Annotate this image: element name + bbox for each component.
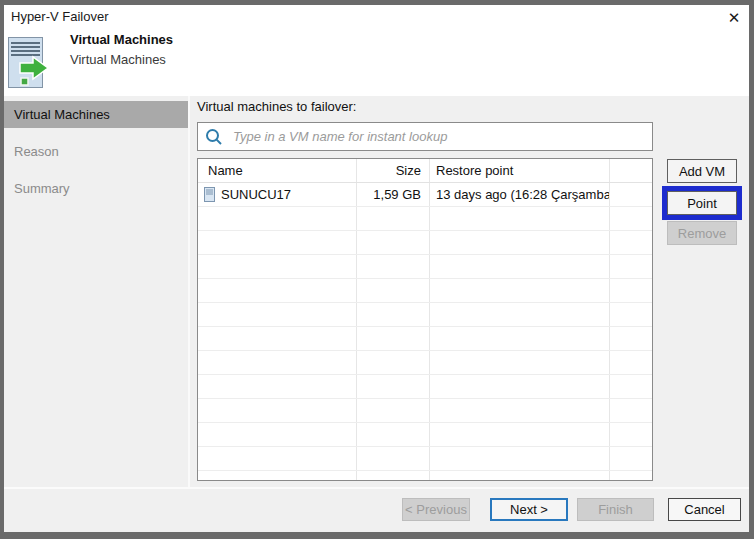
vm-list-label: Virtual machines to failover: [197,99,356,114]
vm-name: SUNUCU17 [221,183,291,206]
close-icon[interactable]: ✕ [723,7,745,29]
table-row-empty [198,471,652,481]
vm-search-box[interactable] [197,122,653,151]
finish-button[interactable]: Finish [577,498,654,521]
sidebar-item-reason[interactable]: Reason [4,138,188,165]
vm-table[interactable]: Name Size Restore point SUNUCU17 [197,158,653,481]
point-button[interactable]: Point [667,191,737,215]
table-header-row: Name Size Restore point [198,159,652,183]
table-row-empty [198,279,652,303]
table-row-empty [198,303,652,327]
table-row-empty [198,231,652,255]
table-row[interactable]: SUNUCU17 1,59 GB 13 days ago (16:28 Çarş… [198,183,652,207]
cancel-button[interactable]: Cancel [668,498,741,521]
table-row-empty [198,327,652,351]
table-row-empty [198,447,652,471]
sidebar-item-summary[interactable]: Summary [4,175,188,202]
sidebar-item-virtual-machines[interactable]: Virtual Machines [4,101,188,128]
window-title: Hyper-V Failover [11,8,109,26]
table-row-empty [198,375,652,399]
table-row-empty [198,255,652,279]
remove-button[interactable]: Remove [667,221,737,245]
step-title: Virtual Machines [70,32,173,47]
previous-button[interactable]: < Previous [402,498,470,521]
next-button[interactable]: Next > [490,498,568,521]
vm-restore-point: 13 days ago (16:28 Çarşamba ... [429,183,609,206]
annotation-highlight-box: Point [662,186,742,220]
table-row-empty [198,399,652,423]
vm-size: 1,59 GB [356,183,429,206]
table-row-empty [198,423,652,447]
screenshot-frame: Hyper-V Failover ✕ Virtual Machines Virt… [0,0,754,539]
table-row-empty [198,207,652,231]
add-vm-button[interactable]: Add VM [667,159,737,183]
hyperv-failover-dialog: Hyper-V Failover ✕ Virtual Machines Virt… [4,5,749,532]
vm-icon [204,187,215,202]
search-input[interactable] [231,128,652,145]
column-header-size[interactable]: Size [356,159,429,182]
table-row-empty [198,351,652,375]
column-header-name[interactable]: Name [198,159,356,182]
step-subtitle: Virtual Machines [70,52,166,67]
sidebar-divider [188,96,190,489]
search-icon [205,128,223,146]
footer-divider [4,487,749,489]
virtual-machines-step-icon [8,37,50,94]
column-header-restore-point[interactable]: Restore point [429,159,609,182]
